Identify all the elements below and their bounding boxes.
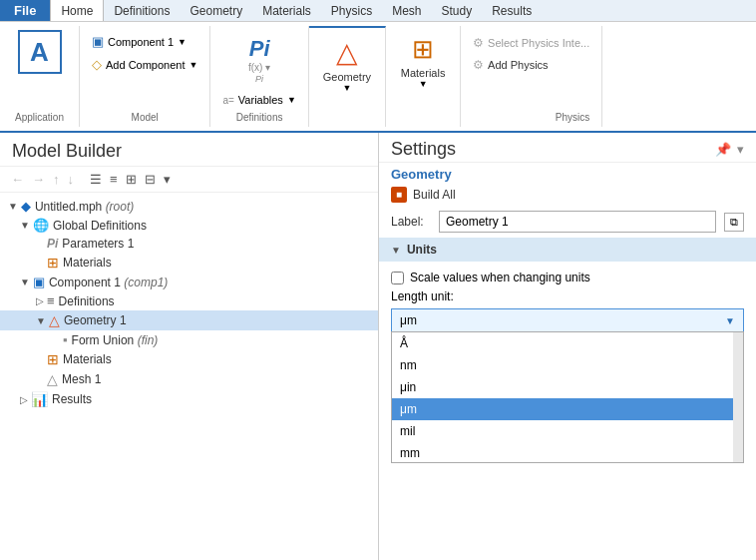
application-label: Application [15,108,64,123]
add-component-dropdown-icon: ▼ [189,60,198,70]
menu-mesh[interactable]: Mesh [382,0,431,21]
settings-pin-icon[interactable]: 📌 [715,142,731,157]
application-group: A Application [0,26,80,127]
definitions-label: Definitions [236,108,283,123]
global-defs-icon: 🌐 [33,218,49,233]
collapse-arrow: ▼ [391,245,401,256]
menu-materials[interactable]: Materials [252,0,321,21]
params-icon: Pi [47,237,58,251]
view-tree-btn[interactable]: ≡ [107,170,121,189]
tree-item-global-defs[interactable]: ▼ 🌐 Global Definitions [0,216,378,235]
ribbon: A Application ▣ Component 1 ▼ ◇ Add Comp… [0,22,756,133]
tree-item-definitions[interactable]: ▷ ≡ Definitions [0,291,378,310]
add-component-icon: ◇ [92,57,102,72]
option-um[interactable]: μm [392,398,733,420]
add-component-btn[interactable]: ◇ Add Component ▼ [88,55,201,74]
copy-label-btn[interactable]: ⧉ [724,213,744,232]
option-nm[interactable]: nm [392,354,733,376]
physics-group-label: Physics [469,108,593,123]
tree-item-materials-global[interactable]: ▷ ⊞ Materials [0,253,378,273]
materials-group: ⊞ Materials ▼ Materials [386,26,461,127]
geometry-icon: △ [336,36,358,69]
settings-section-label: Geometry [379,163,756,184]
option-mm[interactable]: mm [392,442,733,462]
main-area: Model Builder ← → ↑ ↓ ☰ ≡ ⊞ ⊟ ▾ ▼ ◆ Unti… [0,133,756,560]
materials-btn[interactable]: ⊞ Materials ▼ [395,30,452,93]
tree-item-materials-comp[interactable]: ▷ ⊞ Materials [0,349,378,369]
model-group: ▣ Component 1 ▼ ◇ Add Component ▼ Model [80,26,210,127]
settings-panel: Settings 📌 ▾ Geometry ■ Build All Label:… [379,133,756,560]
view-large-btn[interactable]: ⊟ [142,170,159,189]
menu-study[interactable]: Study [432,0,483,21]
application-icon[interactable]: A [18,30,62,74]
materials-icon: ⊞ [412,34,434,65]
settings-arrow-icon[interactable]: ▾ [737,142,744,157]
length-unit-dropdown: μm ▼ Å nm μin μm mil mm [391,308,744,463]
option-mil[interactable]: mil [392,420,733,442]
down-btn[interactable]: ↓ [65,170,78,189]
definitions-icon: ≡ [47,293,55,308]
option-uin[interactable]: μin [392,376,733,398]
label-row: Label: ⧉ [379,206,756,238]
build-all-btn[interactable]: ■ Build All [379,184,468,206]
label-input[interactable] [439,211,716,233]
view-detail-btn[interactable]: ⊞ [123,170,140,189]
units-section-header[interactable]: ▼ Units [379,238,756,262]
tree-area: ▼ ◆ Untitled.mph (root) ▼ 🌐 Global Defin… [0,193,378,560]
scale-checkbox-row: Scale values when changing units [391,268,744,287]
tree-item-geometry1[interactable]: ▼ △ Geometry 1 [0,310,378,330]
option-angstrom[interactable]: Å [392,332,733,354]
more-btn[interactable]: ▾ [161,170,174,189]
scale-checkbox[interactable] [391,272,404,284]
label-field-label: Label: [391,215,431,229]
geometry-btn[interactable]: △ Geometry ▼ [317,32,377,97]
view-list-btn[interactable]: ☰ [87,170,105,189]
variables-btn[interactable]: a= Variables ▼ [218,92,299,108]
menu-bar: File Home Definitions Geometry Materials… [0,0,756,22]
back-btn[interactable]: ← [8,170,27,189]
tree-item-form-union[interactable]: ▷ ▪ Form Union (fin) [0,330,378,349]
comp-icon: ▣ [33,275,45,289]
component-dropdown-icon: ▼ [178,37,187,47]
menu-geometry[interactable]: Geometry [180,0,252,21]
model-label: Model [132,108,159,123]
component-btn[interactable]: ▣ Component 1 ▼ [88,32,190,51]
menu-definitions[interactable]: Definitions [104,0,180,21]
component-icon: ▣ [92,34,104,49]
geometry1-icon: △ [49,312,60,328]
tree-item-comp1[interactable]: ▼ ▣ Component 1 (comp1) [0,273,378,291]
select-physics-icon: ⚙ [473,36,484,50]
mesh-icon: △ [47,371,58,387]
model-builder-panel: Model Builder ← → ↑ ↓ ☰ ≡ ⊞ ⊟ ▾ ▼ ◆ Unti… [0,133,379,560]
dropdown-arrow: ▼ [725,315,735,326]
forward-btn[interactable]: → [29,170,48,189]
pi-icon: Pi [249,36,270,62]
tree-item-mesh1[interactable]: ▷ △ Mesh 1 [0,369,378,389]
parameters-btn[interactable]: Pi f(x) ▾ Pi [234,30,284,90]
tree-item-params1[interactable]: ▷ Pi Parameters 1 [0,235,378,253]
results-icon: 📊 [31,391,48,407]
units-section: Scale values when changing units Length … [379,262,756,469]
expand-arrow: ▼ [8,201,18,212]
tree-item-root[interactable]: ▼ ◆ Untitled.mph (root) [0,197,378,216]
menu-results[interactable]: Results [482,0,542,21]
materials-global-icon: ⊞ [47,255,59,271]
menu-home[interactable]: Home [50,0,104,21]
expand-arrow: ▼ [20,277,30,287]
geometry-group: △ Geometry ▼ Geometry [309,26,386,127]
tree-item-results[interactable]: ▷ 📊 Results [0,389,378,409]
add-physics-btn[interactable]: ⚙ Add Physics [469,56,553,74]
dropdown-list: Å nm μin μm mil mm [391,331,744,463]
add-physics-icon: ⚙ [473,58,484,72]
file-menu[interactable]: File [0,0,50,21]
form-union-icon: ▪ [63,332,68,347]
expand-arrow: ▷ [20,394,28,405]
up-btn[interactable]: ↑ [50,170,63,189]
expand-arrow: ▼ [20,220,30,231]
build-icon: ■ [391,187,407,203]
select-physics-btn[interactable]: ⚙ Select Physics Inte... [469,34,593,52]
root-icon: ◆ [21,199,31,214]
menu-physics[interactable]: Physics [321,0,382,21]
dropdown-selected-option[interactable]: μm ▼ [391,308,744,331]
tree-toolbar: ← → ↑ ↓ ☰ ≡ ⊞ ⊟ ▾ [0,167,378,193]
